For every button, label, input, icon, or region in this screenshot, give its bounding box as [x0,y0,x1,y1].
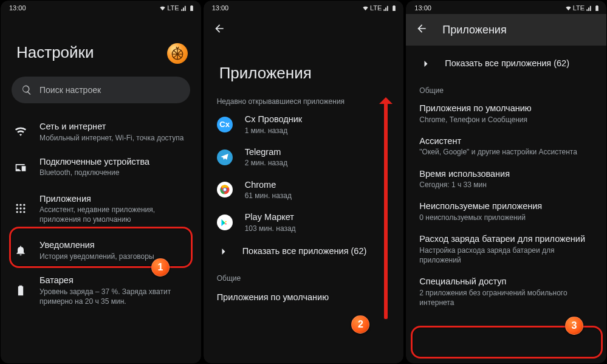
app-name: Cx Проводник [245,114,303,126]
status-indicators: LTE [159,4,194,12]
apps-icon [15,202,27,215]
back-button[interactable] [416,22,428,37]
item-title: Сеть и интернет [39,121,183,133]
item-title: Специальный доступ [419,276,593,288]
wifi-icon [159,5,166,12]
item-sub: Сегодня: 1 ч 33 мин [419,180,510,190]
item-default-apps[interactable]: Приложения по умолчанию Chrome, Телефон … [406,97,606,130]
item-title: Приложения по умолчанию [217,292,329,304]
screen-apps-scrolled: 13:00 LTE Приложения Показать все прилож… [405,0,607,364]
app-time: 61 мин. назад [245,191,292,201]
battery-icon [15,284,27,297]
svg-point-12 [223,188,226,191]
item-sub: Bluetooth, подключение [39,168,149,177]
item-battery[interactable]: Батарея Уровень заряда – 37 %. Заряда хв… [1,268,201,313]
item-title: Расход заряда батареи для приложений [419,233,593,246]
app-chrome[interactable]: Chrome 61 мин. назад [204,174,404,207]
wifi-icon [15,126,27,138]
status-time: 13:00 [414,4,431,12]
svg-point-3 [23,204,25,206]
item-title: Ассистент [419,136,577,148]
item-unused[interactable]: Неиспользуемые приложения 0 неиспользуем… [406,195,606,228]
section-general: Общие [204,264,404,285]
svg-point-8 [19,211,21,213]
item-sub: 0 неиспользуемых приложений [419,213,542,222]
item-sub: Ассистент, недавние приложения, приложен… [39,205,188,224]
app-cx[interactable]: Cx Cx Проводник 1 мин. назад [204,108,404,141]
chrome-icon [217,182,233,197]
app-name: Telegram [245,146,288,159]
app-bar: Приложения [406,14,606,46]
item-sub: Chrome, Телефон и Сообщения [419,115,531,125]
item-sub: 2 приложения без ограничений мобильного … [419,288,593,307]
screen-settings: 13:00 LTE Настройки Поиск настроек Сеть … [0,0,202,364]
app-telegram[interactable]: Telegram 2 мин. назад [204,141,404,174]
scroll-up-arrow [384,100,388,319]
item-notifications[interactable]: Уведомления История уведомлений, разгово… [1,233,201,268]
svg-point-2 [19,204,21,206]
app-time: 2 мин. назад [245,158,288,168]
show-all-apps[interactable]: Показать все приложения (62) [204,239,404,264]
app-time: 1 мин. назад [245,126,303,136]
item-battery-usage[interactable]: Расход заряда батареи для приложений Нас… [406,228,606,270]
item-apps[interactable]: Приложения Ассистент, недавние приложени… [1,185,201,233]
status-bar: 13:00 LTE [1,1,201,14]
screen-apps: 13:00 LTE Приложения Недавно открывавшие… [203,0,405,364]
svg-point-5 [19,208,21,210]
battery-icon [188,5,195,12]
search-input[interactable]: Поиск настроек [12,77,190,103]
devices-icon [15,161,27,173]
svg-point-4 [16,208,18,210]
step-badge-3: 3 [565,317,583,335]
search-icon [21,84,32,95]
step-badge-1: 1 [151,258,170,276]
status-indicators: LTE [565,4,600,12]
telegram-icon [217,149,233,165]
item-title: Уведомления [39,239,154,252]
signal-icon [586,5,592,12]
orange-icon [170,46,185,61]
signal-icon [383,5,389,12]
page-title: Приложения [204,46,404,88]
app-play[interactable]: Play Маркет 103 мин. назад [204,206,404,239]
svg-point-7 [16,211,18,213]
status-time: 13:00 [212,4,229,12]
item-assistant[interactable]: Ассистент "Окей, Google" и другие настро… [406,130,606,163]
status-net: LTE [573,4,585,12]
show-all-apps[interactable]: Показать все приложения (62) [406,46,606,77]
arrow-back-icon [213,22,225,35]
item-title: Неиспользуемые приложения [419,201,542,213]
chevron-right-icon [218,246,230,258]
item-special-access[interactable]: Специальный доступ 2 приложения без огра… [406,270,606,313]
section-general: Общие [406,77,606,97]
item-title: Подключенные устройства [39,156,149,168]
show-all-label: Показать все приложения (62) [445,58,569,70]
item-connected[interactable]: Подключенные устройства Bluetooth, подкл… [1,149,201,185]
status-time: 13:00 [9,4,26,12]
item-sub: История уведомлений, разговоры [39,252,154,261]
item-sub: Уровень заряда – 37 %. Заряда хватит при… [39,287,188,306]
status-bar: 13:00 LTE [406,1,606,14]
show-all-label: Показать все приложения (62) [242,246,367,258]
item-default-apps[interactable]: Приложения по умолчанию [204,285,404,304]
status-net: LTE [167,4,179,12]
step-badge-2: 2 [351,315,369,334]
item-title: Батарея [39,275,188,287]
play-icon [217,215,233,230]
chevron-right-icon [420,58,432,70]
item-usage[interactable]: Время использования Сегодня: 1 ч 33 мин [406,163,606,196]
status-indicators: LTE [362,4,397,12]
app-time: 103 мин. назад [245,224,296,233]
svg-point-6 [23,208,25,210]
wifi-icon [362,5,369,12]
battery-icon [391,5,397,12]
arrow-back-icon [416,22,428,35]
item-network[interactable]: Сеть и интернет Мобильный интернет, Wi-F… [1,114,201,149]
item-title: Время использования [419,168,510,180]
bell-icon [15,244,27,256]
avatar[interactable] [167,43,188,64]
back-button[interactable] [213,22,225,37]
cx-icon: Cx [217,117,233,132]
app-name: Chrome [245,179,292,191]
app-bar-title: Приложения [442,24,506,36]
